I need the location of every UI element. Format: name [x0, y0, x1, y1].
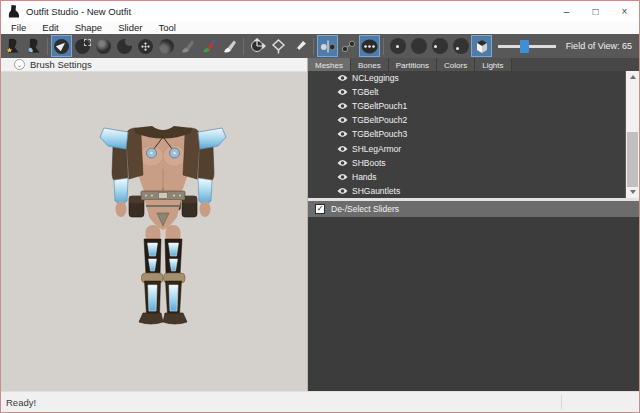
mesh-name: TGBeltPouch3	[352, 129, 407, 139]
visibility-eye-icon[interactable]	[337, 130, 348, 138]
visibility-eye-icon[interactable]	[337, 159, 348, 167]
weight-brush-icon	[181, 39, 195, 53]
alpha-brush-button[interactable]	[219, 35, 240, 57]
ellipsis-dots-icon	[361, 39, 378, 54]
menu-item[interactable]: File	[3, 22, 34, 33]
move-brush-button[interactable]	[135, 35, 156, 57]
mesh-name: SHBoots	[352, 158, 386, 168]
deflate-brush-button[interactable]	[114, 35, 135, 57]
mesh-list-scrollbar[interactable]	[625, 71, 639, 198]
collapse-chevron-icon[interactable]: ⌄	[14, 59, 25, 70]
falloff-icon	[432, 38, 448, 54]
mesh-name: TGBeltPouch1	[352, 101, 407, 111]
scroll-down-icon[interactable]	[626, 186, 639, 198]
sliders-panel-header: ✓ De-/Select Sliders	[308, 201, 639, 217]
toolbar-separator	[243, 38, 244, 55]
maximize-button[interactable]: □	[581, 1, 610, 21]
mesh-list-item[interactable]: Hands	[308, 170, 625, 184]
outfit-studio-window: Outfit Studio - New Outfit – □ × FileEdi…	[0, 0, 640, 413]
menu-item[interactable]: Shape	[67, 22, 110, 33]
falloff-icon	[411, 38, 427, 54]
brush-falloff-3-button[interactable]	[429, 35, 450, 57]
menu-bar: FileEditShapeSliderTool	[1, 21, 639, 34]
minimize-button[interactable]: –	[552, 1, 581, 21]
brush-settings-header[interactable]: ⌄ Brush Settings	[1, 58, 307, 72]
mesh-list-item[interactable]: TGBeltPouch2	[308, 113, 625, 127]
slider-thumb[interactable]	[520, 40, 529, 53]
load-outfit-button[interactable]	[2, 35, 23, 57]
color-brush-button[interactable]	[198, 35, 219, 57]
pivot-tool-button[interactable]	[268, 35, 289, 57]
sliders-list-area[interactable]	[308, 217, 639, 391]
visibility-eye-icon[interactable]	[337, 145, 348, 153]
mesh-list-item[interactable]: SHLegArmor	[308, 141, 625, 155]
mesh-name: NCLeggings	[352, 73, 399, 83]
x-mirror-toggle[interactable]	[317, 35, 338, 57]
menu-item[interactable]: Tool	[150, 22, 183, 33]
smooth-brush-icon	[159, 39, 174, 54]
mesh-list-item[interactable]: TGBelt	[308, 85, 625, 99]
brush-falloff-4-button[interactable]	[450, 35, 471, 57]
menu-item[interactable]: Edit	[34, 22, 66, 33]
mesh-name: Hands	[352, 172, 377, 182]
scrollbar-thumb[interactable]	[627, 132, 638, 187]
pivot-pin-icon	[271, 39, 286, 54]
transform-icon	[249, 38, 267, 54]
inflate-brush-button[interactable]	[93, 35, 114, 57]
tab[interactable]: Partitions	[389, 58, 437, 71]
brush-falloff-1-button[interactable]	[387, 35, 408, 57]
visibility-eye-icon[interactable]	[337, 173, 348, 181]
load-reference-button[interactable]	[23, 35, 44, 57]
visibility-eye-icon[interactable]	[337, 74, 348, 82]
field-of-view-slider[interactable]	[498, 40, 556, 53]
mesh-list-item[interactable]: NCLeggings	[308, 71, 625, 85]
scroll-up-icon[interactable]	[626, 71, 639, 83]
tab[interactable]: Meshes	[308, 58, 351, 71]
menu-item[interactable]: Slider	[110, 22, 150, 33]
global-brush-collision-toggle[interactable]	[359, 35, 380, 57]
status-bar: Ready!	[1, 391, 639, 412]
mesh-list-item[interactable]: SHGauntlets	[308, 184, 625, 198]
mesh-list: NCLeggings TGBelt	[308, 71, 625, 198]
visibility-eye-icon[interactable]	[337, 88, 348, 96]
vertex-edit-tool-button[interactable]	[289, 35, 310, 57]
mesh-name: SHLegArmor	[352, 144, 401, 154]
edit-connected-toggle[interactable]	[338, 35, 359, 57]
window-title: Outfit Studio - New Outfit	[26, 6, 131, 17]
brush-falloff-2-button[interactable]	[408, 35, 429, 57]
brush-settings-label: Brush Settings	[30, 59, 92, 70]
perspective-toggle[interactable]	[471, 35, 492, 57]
tab[interactable]: Lights	[475, 58, 511, 71]
transform-tool-button[interactable]	[247, 35, 268, 57]
titlebar: Outfit Studio - New Outfit – □ ×	[1, 1, 639, 21]
visibility-eye-icon[interactable]	[337, 116, 348, 124]
mesh-name: SHGauntlets	[352, 186, 400, 196]
mask-brush-button[interactable]	[72, 35, 93, 57]
visibility-eye-icon[interactable]	[337, 102, 348, 110]
color-brush-icon	[202, 39, 216, 53]
move-brush-icon	[138, 39, 153, 54]
toolbar-separator	[313, 38, 314, 55]
weight-brush-button[interactable]	[177, 35, 198, 57]
3d-viewport[interactable]	[1, 72, 307, 391]
select-tool-button[interactable]	[51, 35, 72, 57]
mesh-list-item[interactable]: TGBeltPouch1	[308, 99, 625, 113]
toolbar-separator	[47, 38, 48, 55]
toolbar-separator	[383, 38, 384, 55]
status-message: Ready!	[6, 397, 36, 408]
cube-icon	[474, 39, 490, 54]
close-button[interactable]: ×	[610, 1, 639, 21]
mask-brush-icon	[75, 39, 90, 54]
mesh-list-item[interactable]: TGBeltPouch3	[308, 127, 625, 141]
tab[interactable]: Colors	[437, 58, 475, 71]
app-icon	[8, 5, 20, 18]
alpha-brush-icon	[223, 39, 237, 53]
visibility-eye-icon[interactable]	[337, 187, 348, 195]
outfit-model-render	[88, 125, 238, 327]
deflate-brush-icon	[117, 39, 132, 54]
falloff-icon	[390, 38, 406, 54]
mesh-list-item[interactable]: SHBoots	[308, 156, 625, 170]
deselect-sliders-checkbox[interactable]: ✓	[315, 204, 325, 214]
smooth-brush-button[interactable]	[156, 35, 177, 57]
tab[interactable]: Bones	[351, 58, 389, 71]
